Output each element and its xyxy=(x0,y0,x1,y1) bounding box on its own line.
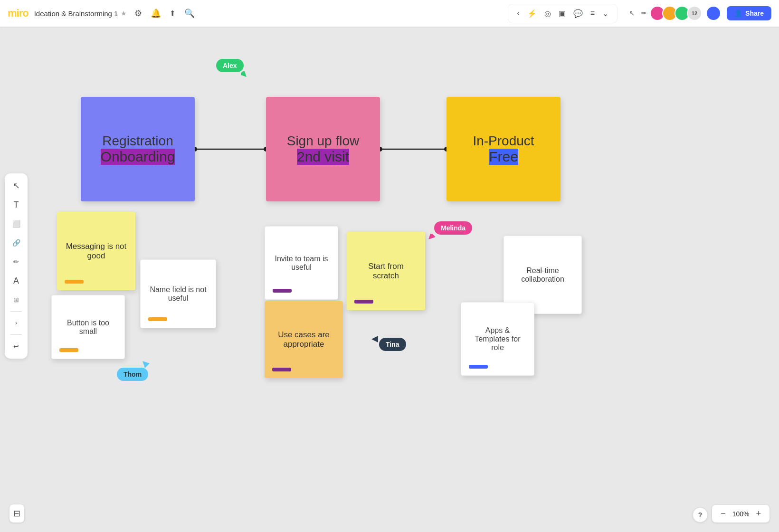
sticky-messaging-text: Messaging is not good xyxy=(57,234,135,268)
undo-tool[interactable]: ↩ xyxy=(8,338,25,355)
card-signup[interactable]: Sign up flow 2nd visit xyxy=(266,97,380,201)
pointer-icon[interactable]: ↖ xyxy=(629,9,635,18)
share-label: Share xyxy=(745,10,764,17)
sticky-invite[interactable]: Invite to team is useful xyxy=(265,226,338,300)
text-tool[interactable]: T xyxy=(8,196,25,213)
avatar-count[interactable]: 12 xyxy=(687,6,702,21)
settings-icon[interactable]: ⚙ xyxy=(134,8,142,19)
zoom-controls: − 100% + xyxy=(712,505,770,522)
alex-arrow-icon xyxy=(241,71,249,80)
tag-onboarding: Onboarding xyxy=(101,149,175,165)
card-signup-label: Sign up flow xyxy=(287,133,360,149)
tag-free: Free xyxy=(489,149,518,165)
bell-icon[interactable]: 🔔 xyxy=(151,8,161,19)
sticky-namefield-text: Name field is not useful xyxy=(141,279,216,309)
tag-2ndvisit: 2nd visit xyxy=(297,149,349,165)
card-registration[interactable]: Registration Onboarding xyxy=(81,97,195,201)
sticky-messaging[interactable]: Messaging is not good xyxy=(57,212,135,290)
minimap-toggle[interactable]: ⊟ xyxy=(10,504,24,522)
zoom-out-button[interactable]: − xyxy=(718,508,729,520)
svg-marker-8 xyxy=(142,360,150,368)
tina-label: Tina xyxy=(379,338,406,351)
board-title: Ideation & Brainstorming 1 xyxy=(34,10,118,18)
card-registration-label: Registration xyxy=(102,133,173,149)
thom-label: Thom xyxy=(117,368,148,381)
share-button[interactable]: 👤 Share xyxy=(727,6,771,20)
sticky-appstempl-text: Apps & Templates for role xyxy=(461,320,534,359)
sticky-realtime-text: Real-time collaboration xyxy=(504,260,581,290)
chat-icon[interactable]: 💬 xyxy=(570,7,586,20)
sticky-namefield[interactable]: Name field is not useful xyxy=(140,259,216,328)
topbar: miro Ideation & Brainstorming 1 ★ ⚙ 🔔 ⬆ … xyxy=(0,0,779,27)
upload-icon[interactable]: ⬆ xyxy=(170,9,176,18)
toolbar-divider-2 xyxy=(10,334,22,335)
search-icon[interactable]: 🔍 xyxy=(184,8,195,19)
canvas[interactable]: ≡ Registration Onboarding Sign up flow 2… xyxy=(0,27,779,532)
sticky-namefield-bar xyxy=(148,317,167,321)
avatar-me xyxy=(706,6,721,21)
sticky-usecases-bar xyxy=(272,368,291,371)
sticky-tool[interactable]: ⬜ xyxy=(8,215,25,232)
alex-label: Alex xyxy=(216,59,244,72)
font-tool[interactable]: A xyxy=(8,272,25,289)
chevron-down-icon[interactable]: ⌄ xyxy=(599,7,611,20)
sticky-invite-bar xyxy=(273,289,292,293)
sticky-scratch[interactable]: Start from scratch xyxy=(347,232,425,310)
svg-marker-7 xyxy=(428,234,436,242)
pen-icon[interactable]: ✏ xyxy=(641,9,647,18)
top-center-toolbar: ‹ ⚡ ◎ ▣ 💬 ≡ ⌄ xyxy=(508,4,618,23)
svg-marker-6 xyxy=(241,71,249,79)
more-tools[interactable]: › xyxy=(8,314,25,332)
sticky-messaging-bar xyxy=(65,280,84,284)
sticky-appstempl-bar xyxy=(469,365,488,369)
connect-tool[interactable]: 🔗 xyxy=(8,234,25,251)
topbar-icons: ⚙ 🔔 ⬆ 🔍 xyxy=(134,8,195,19)
star-icon[interactable]: ★ xyxy=(121,10,127,17)
frame-icon[interactable]: ▣ xyxy=(556,7,569,20)
zoom-level: 100% xyxy=(732,510,750,518)
pen-tool[interactable]: ✏ xyxy=(8,253,25,270)
card-inproduct-label: In-Product xyxy=(473,133,534,149)
sticky-appstempl[interactable]: Apps & Templates for role xyxy=(461,302,534,376)
sticky-buttonsmall[interactable]: Button is too small xyxy=(51,295,125,359)
help-label: ? xyxy=(698,511,703,519)
svg-marker-9 xyxy=(371,336,378,342)
tina-arrow-icon xyxy=(371,336,378,342)
lightning-icon[interactable]: ⚡ xyxy=(524,7,540,20)
sticky-scratch-bar xyxy=(354,300,373,304)
sticky-invite-text: Invite to team is useful xyxy=(265,248,338,278)
topbar-right: ‹ ⚡ ◎ ▣ 💬 ≡ ⌄ ↖ ✏ 12 👤 Share xyxy=(508,4,771,23)
timer-icon[interactable]: ◎ xyxy=(542,7,554,20)
back-icon[interactable]: ‹ xyxy=(514,7,522,19)
left-toolbar: ↖ T ⬜ 🔗 ✏ A ⊞ › ↩ xyxy=(5,173,28,359)
miro-logo: miro xyxy=(8,7,28,19)
sticky-buttonsmall-text: Button is too small xyxy=(52,313,124,342)
toolbar-divider xyxy=(10,311,22,312)
sticky-scratch-text: Start from scratch xyxy=(347,254,425,288)
select-tool[interactable]: ↖ xyxy=(8,177,25,194)
avatar-group: 12 xyxy=(653,6,721,21)
share-icon: 👤 xyxy=(734,10,742,17)
sticky-usecases-text: Use cases are appropriate xyxy=(265,323,343,357)
minimap-icon: ⊟ xyxy=(13,509,20,518)
sticky-usecases[interactable]: Use cases are appropriate xyxy=(265,301,343,378)
sticky-buttonsmall-bar xyxy=(59,348,78,352)
zoom-in-button[interactable]: + xyxy=(753,508,764,520)
melinda-arrow-icon xyxy=(428,234,436,242)
menu-icon[interactable]: ≡ xyxy=(588,7,598,19)
card-inproduct[interactable]: In-Product Free xyxy=(446,97,560,201)
melinda-label: Melinda xyxy=(434,221,472,235)
grid-tool[interactable]: ⊞ xyxy=(8,291,25,308)
help-button[interactable]: ? xyxy=(693,507,708,522)
